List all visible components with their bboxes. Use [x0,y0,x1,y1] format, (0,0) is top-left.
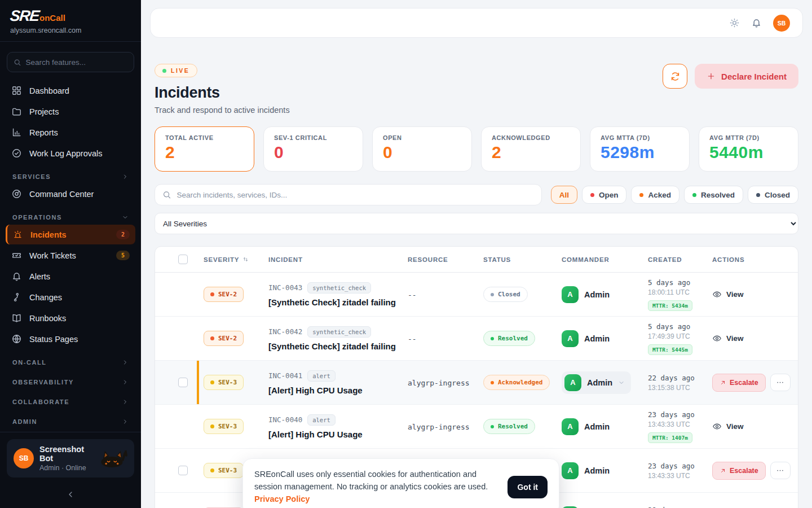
commander-cell: AAdmin [562,286,648,303]
table-row[interactable]: SEV-3INC-0041alert[Alert] High CPU Usage… [155,361,798,405]
column-header-label: CREATED [648,256,682,263]
sidebar-item-label: Runbooks [29,314,66,323]
select-all-checkbox[interactable] [178,255,188,264]
more-actions-button[interactable] [770,462,791,479]
notifications-bell-icon[interactable] [751,17,762,28]
refresh-icon [670,71,681,82]
sidebar-item-runbooks[interactable]: Runbooks [6,308,135,328]
stat-card[interactable]: AVG MTTA (7D)5298m [590,126,690,172]
stat-card[interactable]: OPEN0 [372,126,472,172]
declare-incident-button[interactable]: Declare Incident [695,64,798,89]
incident-title[interactable]: [Synthetic Check] zitadel failing [268,341,408,351]
column-header-severity[interactable]: SEVERITY [204,256,268,263]
stats-row: TOTAL ACTIVE2SEV-1 CRITICAL0OPEN0ACKNOWL… [155,126,798,172]
live-badge: LIVE [155,64,197,77]
commander-name: Admin [587,378,612,387]
sidebar-item-alerts[interactable]: Alerts [6,266,135,286]
stat-card[interactable]: AVG MTTR (7D)5440m [699,126,798,172]
table-row[interactable]: SEV-3INC-0040alert[Alert] High CPU Usage… [155,405,798,449]
sidebar-section-observability[interactable]: OBSERVABILITY [0,375,141,389]
stat-label: TOTAL ACTIVE [165,134,244,141]
changes-icon [11,292,22,303]
cookie-accept-button[interactable]: Got it [508,476,548,498]
incident-search[interactable] [155,184,542,205]
sidebar-item-changes[interactable]: Changes [6,287,135,307]
sidebar-item-reports[interactable]: Reports [6,122,135,142]
escalate-button[interactable]: Escalate [712,374,766,392]
content: LIVE Incidents Track and respond to acti… [141,38,812,508]
severity-select[interactable]: All Severities [155,213,798,234]
filter-pill-label: Open [599,191,619,199]
more-actions-button[interactable] [770,374,791,391]
incident-title[interactable]: [Alert] High CPU Usage [268,386,408,395]
filter-pill-label: Resolved [701,191,735,199]
commander-avatar: A [562,462,579,479]
sidebar-search[interactable] [7,52,134,72]
created-timestamp: 18:00:11 UTC [648,288,712,296]
sidebar-section-admin[interactable]: ADMIN [0,415,141,428]
created-relative: 28 days ago [648,506,712,508]
declare-incident-label: Declare Incident [721,72,787,81]
sidebar-item-incidents[interactable]: Incidents2 [6,225,135,244]
sidebar-section-operations[interactable]: OPERATIONS [0,211,141,224]
cookie-text: SREonCall uses only essential cookies fo… [254,468,497,505]
topbar-avatar[interactable]: SB [773,15,790,32]
chevron-down-icon [618,379,625,386]
filter-pill-label: Acked [648,191,671,199]
view-button[interactable]: View [712,422,744,431]
theme-toggle-sun-icon[interactable] [729,17,740,28]
row-checkbox[interactable] [178,466,188,475]
incident-search-input[interactable] [176,191,533,199]
privacy-policy-link[interactable]: Privacy Policy [254,494,310,503]
app: SRE onCall alyssum.sreoncall.com Dashboa… [0,0,812,508]
sidebar-section-on-call[interactable]: ON-CALL [0,356,141,369]
sidebar-item-work-log-approvals[interactable]: Work Log Approvals [6,143,135,163]
incident-tag: synthetic_check [307,282,371,294]
sidebar-item-status-pages[interactable]: Status Pages [6,329,135,349]
sidebar-search-input[interactable] [25,58,127,67]
status-badge: Resolved [483,419,535,434]
incident-title[interactable]: [Synthetic Check] zitadel failing [268,297,408,307]
escalate-button[interactable]: Escalate [712,462,766,480]
sidebar-collapse-button[interactable] [0,484,141,508]
commander-cell[interactable]: AAdmin [562,371,631,394]
sidebar-section-collaborate[interactable]: COLLABORATE [0,395,141,409]
search-icon [162,190,171,199]
stat-card[interactable]: TOTAL ACTIVE2 [155,126,254,172]
view-button[interactable]: View [712,334,744,343]
sidebar-item-projects[interactable]: Projects [6,102,135,121]
status-dot [491,381,494,384]
head-actions: Declare Incident [663,64,798,89]
row-checkbox[interactable] [178,378,188,387]
user-card[interactable]: SB Screenshot Bot Admin · Online [7,439,134,478]
mttr-badge: MTTR: 5445m [648,344,692,355]
table-row[interactable]: SEV-2INC-0042synthetic_check[Synthetic C… [155,317,798,361]
sidebar-section-services[interactable]: SERVICES [0,170,141,183]
filter-pill-closed[interactable]: Closed [748,186,798,204]
incident-id: INC-0042 [268,327,302,336]
chevron-right-icon [122,173,129,180]
incidents-icon [12,229,23,240]
filter-pill-resolved[interactable]: Resolved [684,186,743,204]
sidebar-item-command-center[interactable]: Command Center [6,184,135,204]
incident-id: INC-0043 [268,283,302,292]
sidebar-item-dashboard[interactable]: Dashboard [6,81,135,100]
stat-card[interactable]: ACKNOWLEDGED2 [481,126,581,172]
severity-badge: SEV-3 [204,375,244,390]
filter-pill-acked[interactable]: Acked [631,186,679,204]
incident-title[interactable]: [Alert] High CPU Usage [268,430,408,439]
refresh-button[interactable] [663,64,687,89]
commander-cell: AAdmin [562,330,648,347]
sidebar-item-label: Reports [29,128,58,137]
table-row[interactable]: SEV-2INC-0043synthetic_check[Synthetic C… [155,273,798,317]
sidebar-item-work-tickets[interactable]: Work Tickets5 [6,246,135,265]
sidebar-item-label: Command Center [29,190,94,199]
filter-pill-all[interactable]: All [551,186,577,204]
column-header-label: INCIDENT [268,256,303,263]
stat-card[interactable]: SEV-1 CRITICAL0 [263,126,363,172]
status-filter-pills: AllOpenAckedResolvedClosed [551,186,798,204]
sidebar-nav: DashboardProjectsReportsWork Log Approva… [0,76,141,432]
arrow-up-right-icon [720,467,726,474]
filter-pill-open[interactable]: Open [582,186,627,204]
view-button[interactable]: View [712,290,744,299]
